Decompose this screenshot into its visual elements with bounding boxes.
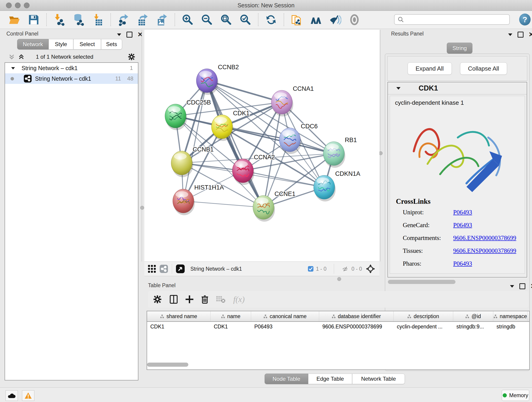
crosslink-row: GeneCard:P06493: [403, 222, 472, 229]
section-collapse-icon[interactable]: [396, 87, 401, 90]
table-cell[interactable]: CDK1: [210, 322, 251, 332]
node-ccna1[interactable]: CCNA1: [271, 85, 314, 116]
save-session-icon[interactable]: [27, 13, 40, 26]
crosslink-label: Tissues:: [403, 247, 453, 254]
table-cell[interactable]: cyclin-dependent ...: [394, 322, 453, 332]
export-table-icon[interactable]: [136, 13, 149, 26]
crosslink-row: Pharos:P06493: [403, 260, 472, 267]
panel-menu-icon[interactable]: [508, 33, 513, 36]
column-header-@id[interactable]: @id: [453, 311, 493, 321]
crosslink-link[interactable]: 9606.ENSP00000378699: [453, 247, 516, 254]
panel-close-icon[interactable]: ✕: [530, 284, 532, 288]
cloud-status-button[interactable]: [6, 390, 18, 401]
table-cell[interactable]: 9606.ENSP00000378699: [319, 322, 394, 332]
search-input[interactable]: [404, 16, 501, 23]
table-cell[interactable]: stringdb: [493, 322, 527, 332]
panel-menu-icon[interactable]: [117, 33, 121, 36]
clone-network-icon[interactable]: [290, 13, 303, 26]
column-header-namespace[interactable]: namespace: [493, 311, 527, 321]
network-canvas[interactable]: CCNB2CCNA1CDC25BCDK1CDC6RB1CCNB1CCNA2CDK…: [144, 30, 380, 262]
column-header-database-identifier[interactable]: database identifier: [319, 311, 394, 321]
zoom-out-icon[interactable]: [200, 13, 214, 26]
warning-status-button[interactable]: [22, 390, 34, 401]
edge-ccnb2-hist1h1a[interactable]: [183, 81, 207, 201]
export-network-icon[interactable]: [117, 13, 130, 26]
import-table-icon[interactable]: [91, 13, 104, 26]
tree-expand-icon[interactable]: [11, 67, 15, 70]
global-search-field[interactable]: [394, 14, 510, 25]
column-header-name[interactable]: name: [210, 311, 251, 321]
results-tab-string[interactable]: String: [447, 43, 472, 54]
column-type-icon: [221, 314, 225, 318]
node-ccne1[interactable]: CCNE1: [253, 191, 296, 222]
tab-sets[interactable]: Sets: [101, 39, 122, 50]
network-view-icon[interactable]: [159, 264, 168, 273]
table-options-gear-icon[interactable]: [153, 295, 162, 304]
network-row[interactable]: String Network – cdk1 11 48: [5, 73, 138, 84]
column-header-shared-name[interactable]: shared name: [147, 311, 210, 321]
tab-node-table[interactable]: Node Table: [265, 374, 308, 384]
tree-options-gear-icon[interactable]: [128, 53, 135, 61]
table-horizontal-scrollbar[interactable]: [147, 363, 188, 367]
left-splitter[interactable]: [142, 30, 142, 262]
open-session-icon[interactable]: [8, 13, 21, 26]
right-splitter[interactable]: [380, 30, 380, 262]
edge-ccna2-cdkn1a[interactable]: [243, 171, 324, 187]
collapse-all-button[interactable]: Collapse All: [460, 62, 507, 75]
zoom-in-icon[interactable]: [181, 13, 194, 26]
zoom-selected-icon[interactable]: [239, 13, 252, 26]
panel-menu-icon[interactable]: [510, 285, 514, 288]
left-splitter-handle[interactable]: [140, 206, 144, 210]
tab-style[interactable]: Style: [49, 39, 73, 50]
column-header-description[interactable]: description: [394, 311, 453, 321]
node-hist1h1a[interactable]: HIST1H1A: [173, 184, 224, 215]
tab-select[interactable]: Select: [73, 39, 101, 50]
crosslink-link[interactable]: P06493: [453, 260, 472, 267]
zoom-fit-icon[interactable]: [220, 13, 233, 26]
node-count: 11: [115, 75, 121, 82]
export-image-icon[interactable]: [155, 13, 169, 26]
table-cell[interactable]: CDK1: [147, 322, 210, 332]
panel-float-icon[interactable]: [519, 283, 525, 289]
show-columns-icon[interactable]: [170, 295, 178, 304]
table-row[interactable]: CDK1CDK1P064939606.ENSP00000378699cyclin…: [147, 322, 529, 332]
crosslink-link[interactable]: P06493: [453, 209, 472, 216]
tab-network-table[interactable]: Network Table: [352, 374, 405, 384]
tab-network[interactable]: Network: [17, 39, 49, 50]
import-database-icon[interactable]: [72, 13, 85, 26]
table-panel-window-icons: ✕: [510, 283, 532, 289]
node-rb1[interactable]: RB1: [323, 137, 357, 168]
results-actions: Expand All Collapse All: [387, 56, 527, 81]
refresh-icon[interactable]: [264, 13, 278, 26]
panel-float-icon[interactable]: [518, 32, 524, 38]
panel-close-icon[interactable]: ✕: [529, 32, 532, 37]
search-network-icon[interactable]: [309, 13, 323, 26]
panel-float-icon[interactable]: [127, 32, 133, 38]
tab-edge-table[interactable]: Edge Table: [308, 374, 352, 384]
show-all-icon[interactable]: [348, 13, 361, 26]
memory-button[interactable]: Memory: [502, 390, 529, 401]
add-column-icon[interactable]: [186, 295, 193, 304]
table-cell[interactable]: P06493: [251, 322, 319, 332]
node-label-ccne1: CCNE1: [274, 191, 296, 197]
protein-detail-card: CDK1 cyclin-dependent kinase 1: [387, 82, 527, 278]
table-cell[interactable]: stringdb:9...: [453, 322, 493, 332]
column-header-canonical-name[interactable]: canonical name: [251, 311, 319, 321]
expand-all-button[interactable]: Expand All: [408, 62, 452, 75]
edge-hist1h1a-ccne1[interactable]: [183, 201, 264, 207]
node-cdkn1a[interactable]: CDKN1A: [314, 170, 360, 201]
detach-view-icon[interactable]: [176, 264, 185, 274]
delete-column-trash-icon[interactable]: [201, 295, 209, 304]
hide-selected-icon[interactable]: [329, 13, 342, 26]
fit-selection-crosshair-icon[interactable]: [366, 264, 375, 274]
crosslink-link[interactable]: 9606.ENSP00000378699: [453, 235, 516, 242]
viewbar-separator: [172, 264, 172, 274]
protein-card-header[interactable]: CDK1: [388, 82, 527, 95]
grid-view-icon[interactable]: [147, 264, 156, 273]
checkbox-icon[interactable]: [308, 266, 314, 272]
network-collection-row[interactable]: String Network – cdk1 1: [5, 63, 138, 73]
node-cdc6[interactable]: CDC6: [279, 123, 318, 154]
crosslink-link[interactable]: P06493: [453, 222, 472, 229]
help-icon[interactable]: ?: [519, 13, 531, 26]
import-network-icon[interactable]: [53, 13, 66, 26]
